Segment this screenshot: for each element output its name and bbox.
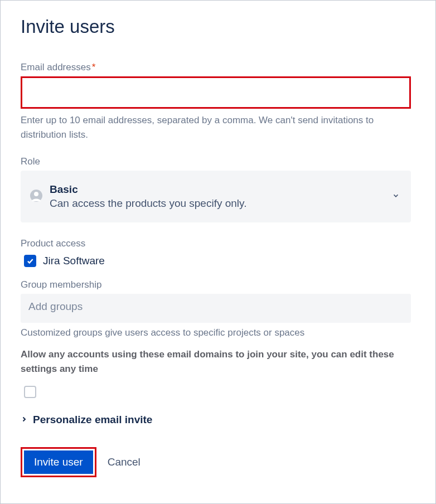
- page-title: Invite users: [21, 16, 415, 37]
- product-access-item-label: Jira Software: [43, 255, 105, 267]
- allow-domains-checkbox[interactable]: [24, 386, 36, 398]
- group-membership-helper: Customized groups give users access to s…: [21, 327, 415, 338]
- add-groups-input[interactable]: Add groups: [21, 294, 411, 323]
- email-addresses-input[interactable]: [21, 76, 411, 109]
- invite-user-button[interactable]: Invite user: [24, 450, 93, 474]
- svg-point-1: [34, 192, 38, 196]
- person-icon: [30, 189, 43, 205]
- allow-domains-text: Allow any accounts using these email dom…: [21, 347, 415, 376]
- role-label: Role: [21, 156, 415, 167]
- invite-button-highlight: Invite user: [21, 447, 96, 477]
- role-selected-desc: Can access the products you specify only…: [50, 197, 385, 211]
- email-label-row: Email addresses*: [21, 62, 415, 73]
- group-membership-label: Group membership: [21, 279, 415, 290]
- personalize-email-toggle[interactable]: Personalize email invite: [21, 414, 415, 426]
- role-body: Basic Can access the products you specif…: [50, 183, 385, 210]
- role-select[interactable]: Basic Can access the products you specif…: [21, 171, 411, 222]
- actions-row: Invite user Cancel: [21, 447, 415, 477]
- chevron-right-icon: [21, 415, 27, 425]
- personalize-label: Personalize email invite: [33, 414, 152, 426]
- email-helper-text: Enter up to 10 email addresses, separate…: [21, 113, 414, 142]
- product-access-label: Product access: [21, 238, 415, 249]
- required-star: *: [92, 62, 96, 72]
- chevron-down-icon: [392, 192, 400, 202]
- product-access-item[interactable]: Jira Software: [21, 255, 415, 267]
- role-selected-title: Basic: [50, 183, 385, 197]
- jira-software-checkbox[interactable]: [24, 255, 36, 267]
- cancel-button[interactable]: Cancel: [108, 456, 141, 468]
- invite-users-modal: Invite users Email addresses* Enter up t…: [0, 0, 436, 504]
- add-groups-placeholder: Add groups: [28, 301, 83, 312]
- email-label: Email addresses: [21, 62, 91, 72]
